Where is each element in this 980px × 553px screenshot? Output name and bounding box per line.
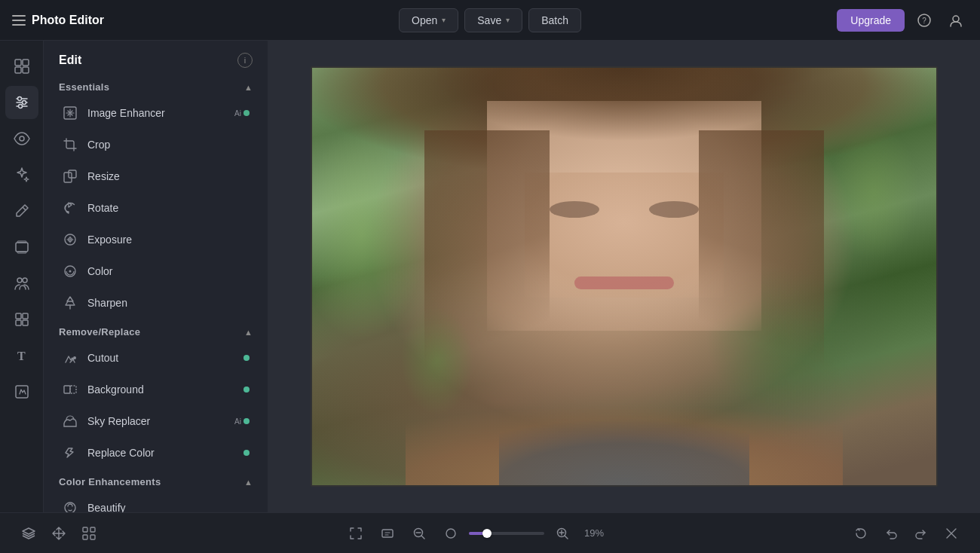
batch-button[interactable]: Batch	[528, 8, 581, 32]
undo-redo-group	[847, 520, 965, 547]
remove-replace-section-header[interactable]: Remove/Replace ▲	[44, 319, 268, 342]
undo-btn[interactable]	[877, 520, 905, 547]
main-area: T Edit i Essentials ▲	[0, 41, 980, 512]
essentials-chevron-icon: ▲	[244, 83, 253, 92]
reset-btn[interactable]	[938, 520, 965, 547]
layers-toolbar-btn[interactable]	[15, 520, 42, 547]
photo-canvas	[311, 66, 938, 487]
menu-item-cutout[interactable]: Cutout	[50, 342, 262, 374]
beautify-icon	[62, 500, 78, 512]
svg-rect-21	[23, 313, 28, 319]
svg-rect-42	[90, 527, 95, 532]
menu-item-resize[interactable]: Resize	[50, 160, 262, 192]
user-button[interactable]	[944, 8, 968, 32]
zoom-slider-thumb	[482, 529, 492, 538]
svg-rect-28	[69, 170, 76, 178]
svg-rect-39	[70, 386, 76, 393]
menu-item-sharpen[interactable]: Sharpen	[50, 287, 262, 319]
color-icon	[62, 263, 78, 280]
sidebar-item-draw[interactable]	[5, 194, 38, 228]
menu-item-background[interactable]: Background	[50, 374, 262, 405]
hamburger-icon[interactable]	[12, 15, 26, 26]
zoom-slider-fill	[469, 532, 484, 535]
essentials-label: Essentials	[59, 81, 109, 93]
svg-rect-4	[23, 60, 29, 66]
help-button[interactable]: ?	[912, 8, 936, 32]
crop-icon	[62, 136, 78, 153]
background-icon	[62, 381, 78, 398]
sidebar-item-objects[interactable]	[5, 303, 38, 336]
upgrade-button[interactable]: Upgrade	[837, 9, 905, 32]
sidebar-item-gallery[interactable]	[5, 50, 38, 83]
app-title: Photo Editor	[32, 14, 104, 27]
svg-rect-23	[23, 320, 28, 325]
essentials-section-header[interactable]: Essentials ▲	[44, 74, 268, 97]
exposure-label: Exposure	[87, 234, 250, 246]
zoom-out-btn[interactable]	[406, 520, 433, 547]
menu-item-sky-replacer[interactable]: Sky Replacer Ai	[50, 405, 262, 437]
zoom-in-btn[interactable]	[549, 520, 576, 547]
resize-icon	[62, 168, 78, 185]
menu-item-color[interactable]: Color	[50, 255, 262, 287]
color-enhancements-section-header[interactable]: Color Enhancements ▲	[44, 469, 268, 492]
svg-point-12	[18, 105, 22, 108]
image-enhancer-dot	[243, 110, 250, 116]
move-toolbar-btn[interactable]	[45, 520, 72, 547]
svg-point-37	[73, 356, 76, 359]
svg-rect-5	[15, 67, 21, 73]
open-button[interactable]: Open ▾	[399, 8, 458, 32]
cutout-label: Cutout	[87, 352, 234, 364]
save-chevron-icon: ▾	[506, 16, 510, 24]
menu-item-rotate[interactable]: Rotate	[50, 192, 262, 224]
sidebar-item-text[interactable]: T	[5, 339, 38, 372]
zoom-slider[interactable]	[469, 532, 544, 535]
redo-btn[interactable]	[908, 520, 935, 547]
open-chevron-icon: ▾	[442, 16, 446, 24]
fullscreen-btn[interactable]	[342, 520, 369, 547]
edit-panel-header: Edit i	[44, 41, 268, 74]
menu-item-exposure[interactable]: Exposure	[50, 224, 262, 255]
edit-panel-title: Edit	[59, 53, 81, 67]
sidebar-item-effects[interactable]	[5, 158, 38, 191]
topbar-center: Open ▾ Save ▾ Batch	[399, 8, 581, 32]
sky-replacer-label: Sky Replacer	[87, 415, 225, 427]
color-enhancements-chevron-icon: ▲	[244, 478, 253, 487]
svg-rect-20	[16, 313, 21, 319]
resize-label: Resize	[87, 170, 250, 182]
menu-item-crop[interactable]: Crop	[50, 129, 262, 160]
fit-screen-btn[interactable]	[374, 520, 401, 547]
edit-panel-scroll[interactable]: Essentials ▲ Image Enhancer Ai	[44, 74, 268, 512]
replace-color-icon	[62, 445, 78, 461]
image-enhancer-label: Image Enhancer	[87, 107, 225, 119]
info-icon[interactable]: i	[237, 53, 253, 68]
sidebar-item-view[interactable]	[5, 122, 38, 155]
canvas-area[interactable]	[268, 41, 980, 512]
svg-rect-3	[15, 60, 21, 66]
photo-simulation	[312, 68, 936, 485]
svg-rect-22	[16, 320, 21, 325]
remove-replace-chevron-icon: ▲	[244, 328, 253, 337]
app-logo[interactable]: Photo Editor	[12, 14, 104, 27]
svg-rect-41	[83, 527, 87, 532]
svg-rect-16	[17, 241, 26, 243]
svg-rect-43	[83, 535, 87, 539]
svg-line-50	[421, 536, 424, 539]
rotate-label: Rotate	[87, 202, 250, 214]
sidebar-item-layers[interactable]	[5, 231, 38, 264]
sharpen-label: Sharpen	[87, 297, 250, 309]
svg-point-11	[22, 101, 26, 105]
sidebar-item-watermark[interactable]	[5, 375, 38, 408]
history-btn[interactable]	[847, 520, 874, 547]
topbar: Photo Editor Open ▾ Save ▾ Batch Upgrade…	[0, 0, 980, 41]
menu-item-image-enhancer[interactable]: Image Enhancer Ai	[50, 97, 262, 129]
menu-item-replace-color[interactable]: Replace Color	[50, 437, 262, 469]
svg-rect-38	[64, 386, 70, 393]
menu-item-beautify[interactable]: Beautify	[50, 492, 262, 512]
grid-toolbar-btn[interactable]	[75, 520, 103, 547]
save-button[interactable]: Save ▾	[464, 8, 522, 32]
sidebar-item-adjustments[interactable]	[5, 86, 38, 119]
sky-replacer-dot	[243, 418, 250, 424]
circle-btn[interactable]	[437, 520, 464, 547]
svg-point-2	[953, 16, 959, 22]
sidebar-item-people[interactable]	[5, 267, 38, 300]
